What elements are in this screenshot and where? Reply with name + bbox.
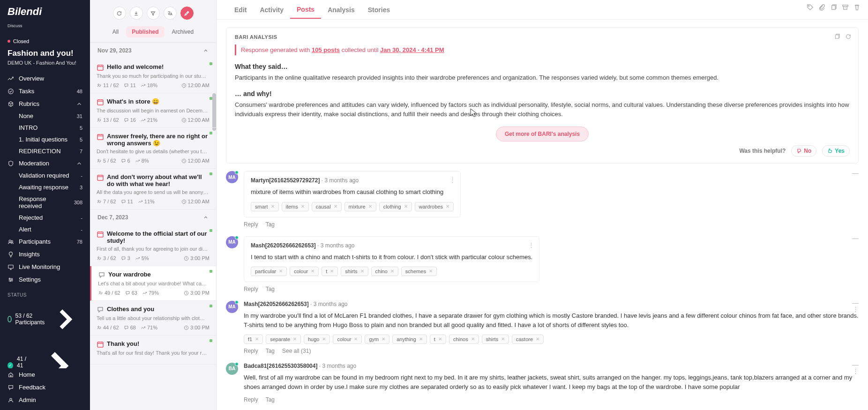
trash-icon[interactable] xyxy=(853,4,861,11)
tag-chip[interactable]: schemes✕ xyxy=(401,267,437,276)
moderation-item[interactable]: Response received308 xyxy=(19,193,90,212)
remove-tag-icon[interactable]: ✕ xyxy=(446,204,449,209)
remove-tag-icon[interactable]: ✕ xyxy=(322,336,326,342)
post-card[interactable]: What's in store 😄 The discussion will be… xyxy=(90,93,216,128)
tag-chip[interactable]: gym✕ xyxy=(365,335,389,344)
tag-chip[interactable]: anything✕ xyxy=(392,335,427,344)
remove-tag-icon[interactable]: ✕ xyxy=(501,336,505,342)
nav-settings[interactable]: Settings xyxy=(0,273,90,286)
remove-tag-icon[interactable]: ✕ xyxy=(360,268,364,274)
tab-edit[interactable]: Edit xyxy=(228,1,253,18)
nav-moderation[interactable]: Moderation xyxy=(0,157,90,170)
remove-tag-icon[interactable]: ✕ xyxy=(293,336,297,342)
post-card[interactable]: Clothes and you Tell us a little about y… xyxy=(90,301,216,335)
author-name[interactable]: Mash[262052666262653] xyxy=(244,301,309,307)
post-card[interactable]: Hello and welcome! Thank you so much for… xyxy=(90,59,216,93)
tag-chip[interactable]: particular✕ xyxy=(251,267,287,276)
tag-chip[interactable]: castore✕ xyxy=(512,335,544,344)
reply-link[interactable]: Reply xyxy=(244,396,258,403)
nav-participants[interactable]: Participants 78 xyxy=(0,235,90,248)
collapse-icon[interactable]: — xyxy=(852,234,859,242)
more-menu-icon[interactable]: ⋮ xyxy=(528,241,534,248)
nav-tasks[interactable]: Tasks 48 xyxy=(0,85,90,97)
date-header[interactable]: Dec 7, 2023 xyxy=(90,209,216,225)
tag-link[interactable]: Tag xyxy=(266,286,275,292)
translate-button[interactable] xyxy=(164,7,177,20)
archive-icon[interactable] xyxy=(842,4,849,11)
rubric-item[interactable]: INTRO5 xyxy=(19,122,90,134)
remove-tag-icon[interactable]: ✕ xyxy=(438,336,442,342)
nav-insights[interactable]: Insights xyxy=(0,248,90,261)
rubric-item[interactable]: None31 xyxy=(19,110,90,122)
status-tasks[interactable]: ✓ 41 / 41 Tasks xyxy=(0,339,90,368)
tag-icon[interactable] xyxy=(807,4,814,11)
remove-tag-icon[interactable]: ✕ xyxy=(404,204,408,209)
remove-tag-icon[interactable]: ✕ xyxy=(419,336,423,342)
remove-tag-icon[interactable]: ✕ xyxy=(354,336,358,342)
post-list[interactable]: Nov 29, 2023 Hello and welcome! Thank yo… xyxy=(90,42,216,410)
remove-tag-icon[interactable]: ✕ xyxy=(536,336,539,342)
reply-link[interactable]: Reply xyxy=(244,286,258,292)
remove-tag-icon[interactable]: ✕ xyxy=(382,336,385,342)
collapse-icon[interactable]: — xyxy=(852,169,859,177)
more-menu-icon[interactable]: ⋮ xyxy=(449,176,456,183)
date-header[interactable]: Nov 29, 2023 xyxy=(90,43,216,59)
nav-overview[interactable]: Overview xyxy=(0,72,90,85)
tag-chip[interactable]: colour✕ xyxy=(290,267,319,276)
copy-icon[interactable] xyxy=(834,33,840,40)
posts-link[interactable]: 105 posts xyxy=(312,46,340,53)
post-card[interactable]: Thank you! That's all for our first day!… xyxy=(90,335,216,365)
tag-link[interactable]: Tag xyxy=(266,348,275,354)
nav-rubrics[interactable]: Rubrics xyxy=(0,97,90,110)
moderation-item[interactable]: Validation required- xyxy=(19,170,90,181)
filter-archived[interactable]: Archived xyxy=(166,26,200,37)
reply-link[interactable]: Reply xyxy=(244,221,258,228)
avatar[interactable]: MA xyxy=(226,301,238,313)
get-more-button[interactable]: Get more of BARI's analysis xyxy=(496,127,589,142)
attach-icon[interactable] xyxy=(818,4,825,11)
tag-chip[interactable]: shirts✕ xyxy=(341,267,368,276)
tag-chip[interactable]: smart✕ xyxy=(251,202,279,211)
tag-chip[interactable]: separate✕ xyxy=(266,335,301,344)
nav-admin[interactable]: Admin xyxy=(0,394,90,406)
date-link[interactable]: Jan 30, 2024 · 4:41 PM xyxy=(380,46,444,53)
avatar[interactable]: MA xyxy=(226,236,238,248)
tag-chip[interactable]: shirts✕ xyxy=(482,335,509,344)
remove-tag-icon[interactable]: ✕ xyxy=(429,268,433,274)
author-name[interactable]: Mash[262052666262653] xyxy=(251,242,316,249)
helpful-no[interactable]: No xyxy=(791,145,816,157)
helpful-yes[interactable]: Yes xyxy=(822,145,850,157)
status-participants[interactable]: 53 / 62 Participants xyxy=(0,299,90,339)
tag-chip[interactable]: chinos✕ xyxy=(449,335,479,344)
tag-link[interactable]: Tag xyxy=(266,396,275,403)
more-menu-icon[interactable]: ⋮ xyxy=(853,306,859,313)
tag-chip[interactable]: wardrobes✕ xyxy=(415,202,454,211)
tab-activity[interactable]: Activity xyxy=(253,1,290,18)
moderation-item[interactable]: Awaiting response3 xyxy=(19,181,90,193)
compose-button[interactable] xyxy=(180,7,194,20)
remove-tag-icon[interactable]: ✕ xyxy=(330,268,334,274)
tag-chip[interactable]: colour✕ xyxy=(333,335,362,344)
tag-chip[interactable]: clothing✕ xyxy=(379,202,412,211)
post-card[interactable]: Welcome to the official start of our stu… xyxy=(90,225,216,266)
filter-button[interactable] xyxy=(147,7,160,20)
tag-chip[interactable]: mixture✕ xyxy=(344,202,376,211)
post-card[interactable]: Your wardrobe Let's chat a bit about you… xyxy=(90,266,216,301)
rubric-item[interactable]: REDIRECTION7 xyxy=(19,145,90,157)
tag-link[interactable]: Tag xyxy=(266,221,275,228)
moderation-item[interactable]: Rejected- xyxy=(19,212,90,224)
remove-tag-icon[interactable]: ✕ xyxy=(311,268,314,274)
author-name[interactable]: Martyn[261625529729272] xyxy=(251,177,320,184)
filter-all[interactable]: All xyxy=(107,26,124,37)
filter-published[interactable]: Published xyxy=(126,26,164,37)
tab-analysis[interactable]: Analysis xyxy=(321,1,361,18)
nav-feedback[interactable]: Feedback xyxy=(0,381,90,394)
tag-chip[interactable]: causal✕ xyxy=(312,202,342,211)
copy-icon[interactable] xyxy=(830,4,837,11)
rubric-item[interactable]: 1. Initial questions5 xyxy=(19,134,90,145)
tag-chip[interactable]: f1✕ xyxy=(244,335,263,344)
remove-tag-icon[interactable]: ✕ xyxy=(390,268,394,274)
nav-live[interactable]: Live Monitoring xyxy=(0,261,90,273)
more-menu-icon[interactable]: ⋮ xyxy=(853,367,859,374)
post-card[interactable]: Answer freely, there are no right or wro… xyxy=(90,128,216,169)
